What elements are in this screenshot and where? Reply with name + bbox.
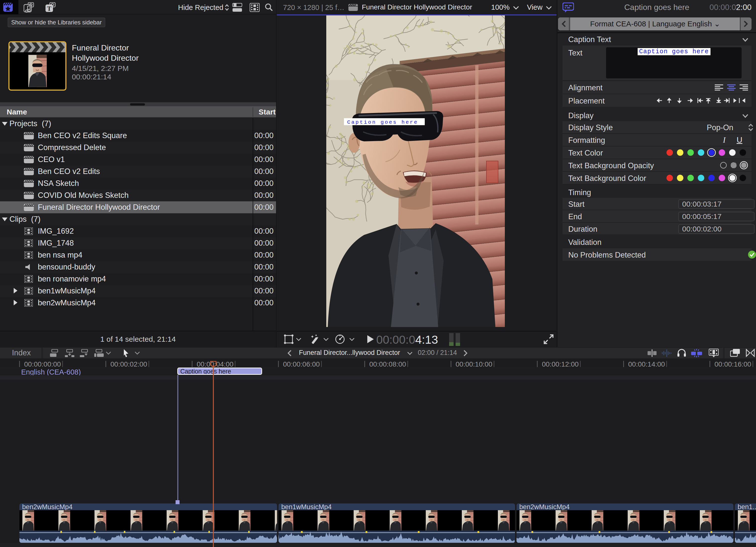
svg-text:Caption goes here: Caption goes here (347, 119, 418, 125)
svg-text:T: T (47, 5, 51, 12)
